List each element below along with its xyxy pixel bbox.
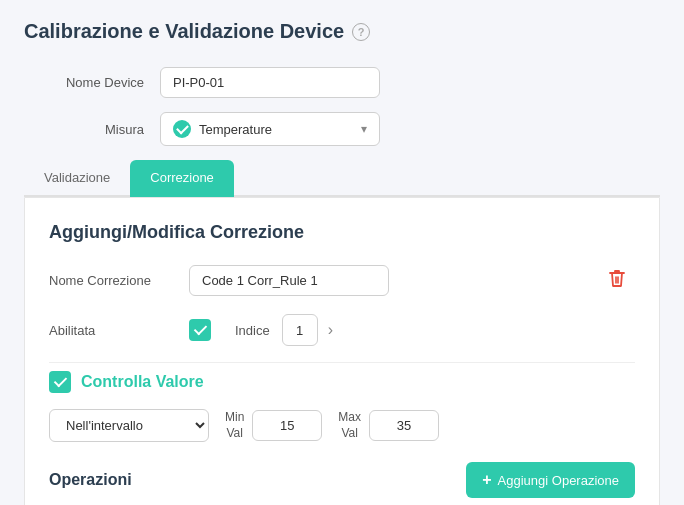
- add-operation-button[interactable]: + Aggiungi Operazione: [466, 462, 635, 498]
- misura-select-inner: Temperature: [173, 120, 272, 138]
- nome-correzione-row: Nome Correzione: [49, 263, 635, 298]
- page-title: Calibrazione e Validazione Device: [24, 20, 344, 43]
- controlla-valore-title: Controlla Valore: [81, 373, 204, 391]
- controlla-valore-header: Controlla Valore: [49, 362, 635, 393]
- intervallo-select[interactable]: Nell'intervallo Fuori intervallo Uguale …: [49, 409, 209, 442]
- min-val-input[interactable]: [252, 410, 322, 441]
- abilitata-indice-row: Abilitata Indice 1 ›: [49, 314, 635, 346]
- nome-device-row: Nome Device: [24, 67, 660, 98]
- misura-chevron-icon: ▾: [361, 122, 367, 136]
- add-operation-label: Aggiungi Operazione: [498, 473, 619, 488]
- nome-device-input[interactable]: [160, 67, 380, 98]
- abilitata-label: Abilitata: [49, 323, 189, 338]
- controlla-valore-checkbox[interactable]: [49, 371, 71, 393]
- misura-check-icon: [173, 120, 191, 138]
- controls-row: Nell'intervallo Fuori intervallo Uguale …: [49, 409, 635, 442]
- page-container: Calibrazione e Validazione Device ? Nome…: [0, 0, 684, 505]
- tab-correzione[interactable]: Correzione: [130, 160, 234, 197]
- operazioni-title: Operazioni: [49, 471, 132, 489]
- delete-button[interactable]: [599, 263, 635, 298]
- nome-correzione-label: Nome Correzione: [49, 273, 189, 288]
- min-val-group: MinVal: [225, 410, 322, 441]
- page-title-row: Calibrazione e Validazione Device ?: [24, 20, 660, 43]
- indice-value: 1: [282, 314, 318, 346]
- max-val-group: MaxVal: [338, 410, 439, 441]
- max-val-input[interactable]: [369, 410, 439, 441]
- nome-correzione-input[interactable]: [189, 265, 389, 296]
- misura-label: Misura: [24, 122, 144, 137]
- nome-device-label: Nome Device: [24, 75, 144, 90]
- max-val-label: MaxVal: [338, 410, 361, 441]
- indice-label: Indice: [235, 323, 270, 338]
- misura-select[interactable]: Temperature ▾: [160, 112, 380, 146]
- plus-icon: +: [482, 471, 491, 489]
- indice-chevron-icon[interactable]: ›: [328, 321, 333, 339]
- operazioni-row: Operazioni + Aggiungi Operazione: [49, 462, 635, 498]
- misura-value: Temperature: [199, 122, 272, 137]
- card-section-title: Aggiungi/Modifica Correzione: [49, 222, 635, 243]
- tabs-container: Validazione Correzione: [24, 160, 660, 197]
- tab-validazione[interactable]: Validazione: [24, 160, 130, 197]
- min-val-label: MinVal: [225, 410, 244, 441]
- misura-row: Misura Temperature ▾: [24, 112, 660, 146]
- correzione-card: Aggiungi/Modifica Correzione Nome Correz…: [24, 197, 660, 505]
- help-icon[interactable]: ?: [352, 23, 370, 41]
- trash-icon: [607, 267, 627, 289]
- abilitata-checkbox[interactable]: [189, 319, 211, 341]
